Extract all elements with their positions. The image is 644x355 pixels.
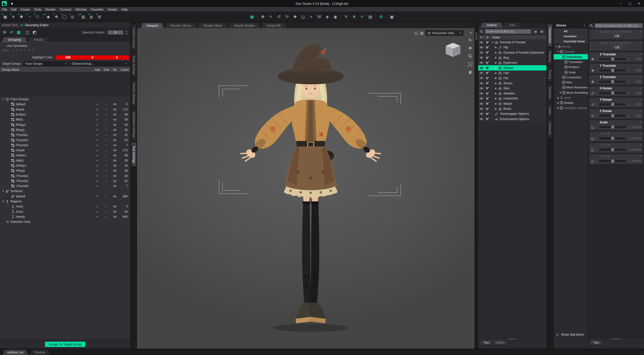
dock-tab[interactable]: Tool Settings [132, 143, 136, 166]
visibility-eye-icon[interactable] [111, 154, 119, 157]
group-row[interactable]: rMid1 + − 39 [0, 158, 130, 163]
viewport-tab[interactable]: Viewport [141, 23, 164, 28]
column-sub[interactable]: Sub [102, 68, 111, 72]
visibility-eye-icon[interactable] [478, 108, 484, 110]
slider-handle[interactable] [611, 159, 614, 163]
tool-toolbar-icon[interactable]: ↺ [275, 13, 283, 21]
visibility-eye-icon[interactable] [478, 56, 484, 59]
add-button[interactable]: + [93, 128, 102, 132]
subtract-button[interactable]: − [102, 138, 111, 142]
toggle-off-button[interactable]: Off [611, 34, 623, 39]
selection-radius-stepper[interactable]: ▲▼ [125, 30, 128, 35]
create-toolbar-icon[interactable]: + ▣ [2, 13, 9, 21]
add-button[interactable]: + [93, 184, 102, 188]
slider-handle[interactable] [611, 57, 614, 61]
menu-item[interactable]: Create [19, 8, 32, 11]
decrement-button[interactable]: − [595, 159, 598, 163]
create-toolbar-icon[interactable]: + [43, 14, 43, 20]
bottom-tab[interactable]: Timeline [29, 350, 50, 355]
add-button[interactable]: + [93, 205, 102, 208]
subtract-button[interactable]: − [102, 210, 111, 214]
visibility-eye-icon[interactable] [478, 72, 484, 74]
resize-grip[interactable] [478, 338, 546, 340]
add-button[interactable]: + [93, 102, 102, 106]
camera-view-icon[interactable]: ▤ [420, 31, 424, 35]
group-row[interactable]: rThumb3 + − 7 [0, 184, 130, 189]
visibility-eye-icon[interactable] [111, 216, 119, 218]
selectable-cursor-icon[interactable] [484, 87, 490, 90]
viewport-tab[interactable]: Render Library [165, 23, 197, 28]
window-resize-grip[interactable] [640, 351, 643, 354]
decrement-button[interactable]: − [595, 103, 598, 106]
gear-icon[interactable]: ⚙ [640, 110, 642, 112]
increment-button[interactable]: ＋ [627, 114, 630, 118]
parameter-group-row[interactable]: ▶ Actor [554, 95, 588, 100]
scene-node-row[interactable]: ▶ Bag [478, 55, 546, 60]
toggle-off-button[interactable]: Off [611, 45, 623, 50]
add-button[interactable]: + [93, 194, 102, 198]
visibility-eye-icon[interactable] [111, 210, 119, 213]
group-row[interactable]: ▼ Face Groups + − [0, 97, 130, 102]
parameter-group-row[interactable]: ▼ Gloves [554, 44, 588, 49]
scene-node-row[interactable]: ▶ Sweater [478, 91, 546, 96]
pan-camera-icon[interactable]: ✥ [467, 45, 473, 51]
add-button[interactable]: + [93, 154, 102, 157]
decrement-button[interactable]: − [595, 114, 598, 118]
orbit-camera-icon[interactable]: ↻ [467, 37, 473, 43]
gear-icon[interactable]: ⚙ [640, 53, 642, 56]
group-row[interactable]: lThumb1 + − 42 [0, 132, 130, 137]
tool-toolbar-icon[interactable]: ✐ [358, 13, 366, 21]
subtract-button[interactable]: − [102, 205, 111, 208]
dock-tab[interactable]: Simulation Settings [132, 109, 136, 141]
gear-icon[interactable]: ⚙ [640, 155, 642, 158]
geometry-tool-icon[interactable]: ◫ [24, 29, 31, 36]
parameter-slider[interactable] [599, 103, 626, 105]
add-button[interactable]: + [93, 159, 102, 162]
highlight-color-swatch[interactable]: 25500 [56, 55, 129, 60]
geometry-tool-icon[interactable] [23, 30, 23, 35]
tool-toolbar-icon[interactable]: M [315, 13, 323, 21]
expander-arrow-icon[interactable]: ▼ [2, 200, 5, 203]
viewport-tab[interactable]: Shader Builder [228, 23, 260, 28]
tool-toolbar-icon[interactable]: ◱ [299, 13, 307, 21]
group-row[interactable]: lIndex1 + − 46 [0, 112, 130, 117]
expander-arrow-icon[interactable]: ▼ [2, 98, 5, 100]
gear-icon[interactable]: ⚙ [640, 30, 642, 33]
visibility-eye-icon[interactable] [111, 118, 119, 121]
viewport-3d[interactable]: ◱ ▤ ⊞ Perspective View ▼ ≡ ↻ ✥ [137, 28, 474, 349]
scene-node-row[interactable]: ▶ Boots [478, 106, 546, 111]
menu-item[interactable]: Favorites [89, 8, 105, 11]
expander-arrow-icon[interactable]: ▶ [494, 46, 498, 49]
maximize-button[interactable]: ▢ [625, 0, 634, 7]
parameter-slider[interactable] [599, 115, 626, 117]
scene-node-row[interactable]: ▶ Eyebrows [478, 60, 546, 65]
resize-grip[interactable] [588, 338, 644, 340]
parameter-group-row[interactable]: ▶ VisualFox Games [554, 105, 588, 110]
expander-arrow-icon[interactable]: ▶ [494, 82, 498, 85]
expander-arrow-icon[interactable]: ▼ [491, 41, 494, 44]
subtract-button[interactable]: − [102, 113, 111, 117]
tool-toolbar-icon[interactable]: ✚ [291, 13, 299, 21]
visibility-eye-icon[interactable] [478, 82, 484, 85]
group-row[interactable]: rIndex1 + − 46 [0, 153, 130, 158]
axis-radio[interactable] [28, 49, 31, 52]
selectable-cursor-icon[interactable] [484, 56, 490, 59]
parameter-slider[interactable] [599, 92, 626, 94]
gear-icon[interactable]: ⚙ [640, 98, 642, 101]
grouping-tab[interactable]: Grouping [2, 37, 27, 42]
parameter-slider[interactable] [599, 137, 626, 139]
create-toolbar-icon[interactable]: + ▽ [34, 13, 41, 21]
parameter-slider[interactable] [599, 58, 626, 60]
parameter-value[interactable]: 100.0% [630, 148, 642, 152]
tool-toolbar-icon[interactable] [341, 14, 341, 20]
choose-group-dropdown[interactable]: Choose Group... ▼ [70, 61, 129, 66]
parameter-group-row[interactable]: All [554, 29, 588, 34]
visibility-eye-icon[interactable] [478, 61, 484, 64]
visibility-eye-icon[interactable] [478, 118, 484, 120]
menu-item[interactable]: File [0, 8, 9, 11]
character-render[interactable] [223, 41, 399, 333]
viewport-tab[interactable]: Shader Mixer [198, 23, 227, 28]
expander-arrow-icon[interactable]: ▼ [555, 46, 557, 48]
subtract-button[interactable]: − [102, 108, 111, 111]
scene-filter-input[interactable] [485, 29, 531, 34]
